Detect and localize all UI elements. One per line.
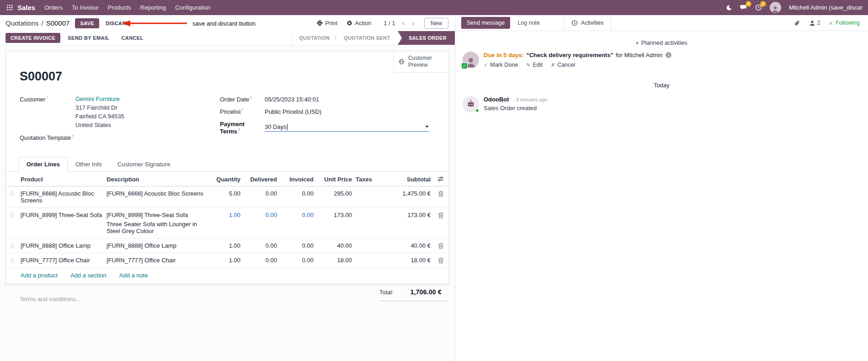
col-delivered[interactable]: Delivered [242, 172, 279, 186]
message-author[interactable]: OdooBot [484, 96, 509, 103]
col-quantity[interactable]: Quantity [208, 172, 242, 186]
order-line-row[interactable]: [FURN_8888] Office Lamp [FURN_8888] Offi… [6, 239, 449, 253]
cell-delivered[interactable]: 0.00 [242, 253, 279, 267]
customer-preview-button[interactable]: Customer Preview [394, 51, 449, 73]
cell-unit-price[interactable]: 173.00 [315, 208, 354, 238]
status-step-sales-order[interactable]: SALES ORDER [398, 31, 455, 45]
create-invoice-button[interactable]: CREATE INVOICE [5, 33, 60, 43]
print-button[interactable]: Print [314, 18, 341, 28]
activity-avatar[interactable]: ✓ [463, 52, 479, 68]
cell-product[interactable]: [FURN_8999] Three-Seat Sofa [19, 208, 105, 238]
terms-placeholder[interactable]: Terms and conditions... [20, 296, 81, 303]
col-unit-price[interactable]: Unit Price [315, 172, 354, 186]
new-button[interactable]: New [424, 18, 448, 29]
attachments-button[interactable] [794, 20, 801, 27]
apps-grid-icon[interactable] [4, 2, 16, 14]
planned-activities-toggle[interactable]: ▾Planned activities [455, 39, 868, 46]
followers-button[interactable]: 2 [809, 20, 820, 26]
menu-products[interactable]: Products [103, 1, 135, 14]
activities-tab[interactable]: Activities [564, 15, 611, 31]
optional-columns-button[interactable] [432, 172, 449, 186]
col-invoiced[interactable]: Invoiced [279, 172, 315, 186]
cell-taxes[interactable] [354, 208, 384, 238]
info-icon[interactable]: i [666, 52, 671, 58]
cell-delivered[interactable]: 0.00 [242, 186, 279, 207]
order-line-row[interactable]: [FURN_8999] Three-Seat Sofa [FURN_8999] … [6, 208, 449, 239]
user-name[interactable]: Mitchell Admin (save_discar [789, 4, 863, 11]
cell-quantity[interactable]: 1.00 [208, 239, 242, 253]
cell-description[interactable]: [FURN_6666] Acoustic Bloc Screens [105, 186, 208, 207]
cell-product[interactable]: [FURN_7777] Office Chair [19, 253, 105, 267]
tab-order-lines[interactable]: Order Lines [19, 157, 68, 172]
send-by-email-button[interactable]: SEND BY EMAIL [63, 33, 114, 42]
cell-description[interactable]: [FURN_7777] Office Chair [105, 253, 208, 267]
drag-handle-icon[interactable] [6, 253, 19, 267]
cell-unit-price[interactable]: 40.00 [315, 239, 354, 253]
delete-row-icon[interactable] [438, 243, 444, 249]
menu-reporting[interactable]: Reporting [136, 1, 170, 14]
cell-description[interactable]: [FURN_8888] Office Lamp [105, 239, 208, 253]
cell-description[interactable]: [FURN_8999] Three-Seat SofaThree Seater … [105, 208, 208, 238]
drag-handle-icon[interactable] [6, 208, 19, 238]
pricelist-field[interactable]: Public Pricelist (USD) [265, 108, 321, 115]
cancel-activity-button[interactable]: ✗Cancel [551, 62, 575, 68]
add-note-link[interactable]: Add a note [119, 272, 148, 279]
activities-clock-icon[interactable]: 2 [755, 4, 762, 11]
add-section-link[interactable]: Add a section [70, 272, 107, 279]
cell-invoiced[interactable]: 0.00 [279, 239, 315, 253]
col-subtotal[interactable]: Subtotal [384, 172, 432, 186]
order-line-row[interactable]: [FURN_7777] Office Chair [FURN_7777] Off… [6, 253, 449, 268]
breadcrumb-quotations[interactable]: Quotations [5, 19, 39, 27]
mark-done-button[interactable]: ✓Mark Done [484, 62, 518, 68]
col-taxes[interactable]: Taxes [354, 172, 384, 186]
edit-activity-button[interactable]: ✎Edit [526, 62, 543, 68]
order-line-row[interactable]: [FURN_6666] Acoustic Bloc Screens [FURN_… [6, 186, 449, 208]
messages-icon[interactable]: 4 [740, 4, 747, 11]
col-description[interactable]: Description [105, 172, 208, 186]
send-message-button[interactable]: Send message [461, 17, 510, 29]
status-step-quotation[interactable]: QUOTATION [292, 31, 336, 45]
cell-delivered[interactable]: 0.00 [242, 208, 279, 238]
dropdown-caret-icon[interactable] [425, 126, 429, 128]
cell-unit-price[interactable]: 295.00 [315, 186, 354, 207]
cancel-button[interactable]: CANCEL [117, 33, 148, 42]
drag-handle-icon[interactable] [6, 186, 19, 207]
cell-delivered[interactable]: 0.00 [242, 239, 279, 253]
menu-orders[interactable]: Orders [40, 1, 67, 14]
cell-taxes[interactable] [354, 186, 384, 207]
delete-row-icon[interactable] [438, 257, 444, 264]
payment-terms-input[interactable]: 30 Days [265, 123, 429, 132]
customer-link[interactable]: Gemini Furniture [75, 96, 120, 102]
order-date-field[interactable]: 05/25/2023 15:40:01 [265, 96, 319, 103]
menu-to-invoice[interactable]: To Invoice [67, 1, 103, 14]
cell-taxes[interactable] [354, 239, 384, 253]
following-button[interactable]: ✓ Following [829, 20, 860, 27]
drag-handle-icon[interactable] [6, 239, 19, 253]
delete-row-icon[interactable] [438, 191, 444, 197]
col-product[interactable]: Product [19, 172, 105, 186]
cell-invoiced[interactable]: 0.00 [279, 208, 315, 238]
pager-previous-icon[interactable]: ‹ [400, 19, 407, 27]
action-button[interactable]: Action [343, 18, 374, 28]
cell-quantity[interactable]: 1.00 [208, 208, 242, 238]
cell-invoiced[interactable]: 0.00 [279, 186, 315, 207]
cell-product[interactable]: [FURN_6666] Acoustic Bloc Screens [19, 186, 105, 207]
pager-next-icon[interactable]: › [410, 19, 417, 27]
add-product-link[interactable]: Add a product [21, 272, 58, 279]
odoobot-avatar[interactable] [463, 96, 479, 112]
record-title[interactable]: S00007 [20, 69, 449, 84]
tab-customer-signature[interactable]: Customer Signature [110, 157, 178, 172]
cell-product[interactable]: [FURN_8888] Office Lamp [19, 239, 105, 253]
menu-configuration[interactable]: Configuration [170, 1, 215, 14]
app-name[interactable]: Sales [16, 4, 40, 11]
cell-quantity[interactable]: 5.00 [208, 186, 242, 207]
cell-unit-price[interactable]: 18.00 [315, 253, 354, 267]
cell-quantity[interactable]: 1.00 [208, 253, 242, 267]
log-note-button[interactable]: Log note [512, 17, 545, 29]
status-step-quotation-sent[interactable]: QUOTATION SENT [337, 31, 397, 45]
delete-row-icon[interactable] [438, 212, 444, 218]
cell-invoiced[interactable]: 0.00 [279, 253, 315, 267]
tab-other-info[interactable]: Other Info [68, 157, 110, 172]
cell-taxes[interactable] [354, 253, 384, 267]
save-button[interactable]: SAVE [75, 18, 99, 28]
